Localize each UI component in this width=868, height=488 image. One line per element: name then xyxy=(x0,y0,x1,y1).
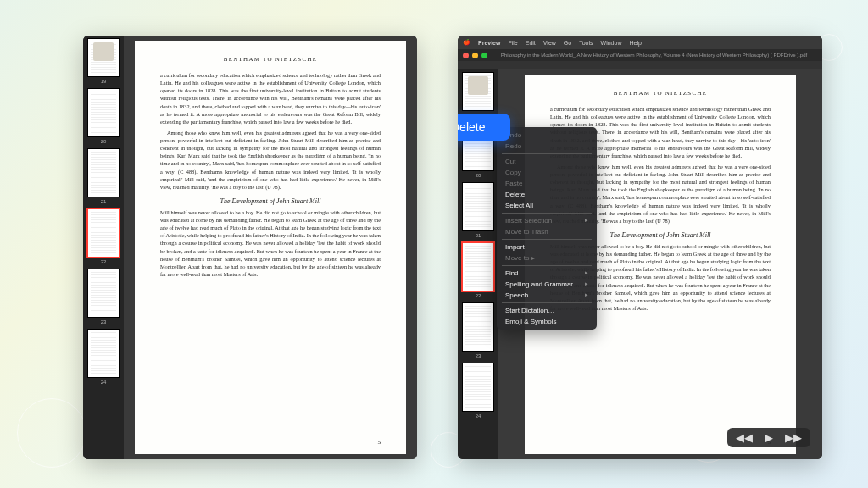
thumbnail-page-number: 21 xyxy=(101,199,107,204)
context-menu[interactable]: UndoRedoCutCopyPasteDeleteSelect AllInse… xyxy=(497,127,597,330)
thumbnail-page-number: 19 xyxy=(101,79,107,84)
page-thumbnail[interactable] xyxy=(463,303,493,351)
menu-item-insert-selection: Insert Selection▸ xyxy=(497,215,597,226)
page-thumbnail[interactable] xyxy=(463,183,493,230)
body-paragraph: Mill himself was never allowed to be a b… xyxy=(160,208,381,278)
pdf-page: BENTHAM TO NIETZSCHE a curriculum for se… xyxy=(135,41,406,454)
menu-item-move-to-: Move to ▸ xyxy=(497,252,597,263)
page-thumbnail[interactable] xyxy=(463,243,493,291)
menu-item-redo: Redo xyxy=(497,141,597,152)
thumbnail-page-number: 20 xyxy=(101,139,107,144)
submenu-arrow-icon: ▸ xyxy=(585,280,588,287)
menu-window[interactable]: Window xyxy=(601,40,622,46)
menu-view[interactable]: View xyxy=(543,40,556,46)
app-name[interactable]: Preview xyxy=(478,40,500,46)
body-paragraph: Among those who knew him well, even his … xyxy=(160,129,381,191)
thumbnail-page-number: 24 xyxy=(476,413,481,419)
menu-item-undo: Undo xyxy=(497,130,597,141)
menu-help[interactable]: Help xyxy=(629,40,641,46)
menu-go[interactable]: Go xyxy=(564,40,571,46)
page-number: 5 xyxy=(378,439,381,446)
toolbar[interactable] xyxy=(458,61,822,69)
window-titlebar[interactable]: Philosophy in the Modern World_ A New Hi… xyxy=(458,49,822,61)
submenu-arrow-icon: ▸ xyxy=(585,217,588,224)
menu-item-select-all[interactable]: Select All xyxy=(497,200,597,211)
submenu-arrow-icon: ▸ xyxy=(585,269,588,276)
menu-item-cut: Cut xyxy=(497,156,597,167)
menu-item-speech[interactable]: Speech▸ xyxy=(497,290,597,301)
close-icon[interactable] xyxy=(463,53,469,58)
menu-item-move-to-trash: Move to Trash xyxy=(497,226,597,237)
playback-controls[interactable]: ◀◀ ▶ ▶▶ xyxy=(727,428,810,447)
minimize-icon[interactable] xyxy=(472,53,478,58)
section-subhead: The Development of John Stuart Mill xyxy=(160,197,381,205)
submenu-arrow-icon: ▸ xyxy=(585,291,588,298)
zoom-icon[interactable] xyxy=(481,53,487,58)
window-title: Philosophy in the Modern World_ A New Hi… xyxy=(491,53,817,58)
apple-menu-icon[interactable]: 🍎 xyxy=(463,39,470,46)
preview-window-right: 🍎 Preview FileEditViewGoToolsWindowHelp … xyxy=(458,36,822,459)
page-viewport[interactable]: BENTHAM TO NIETZSCHE a curriculum for se… xyxy=(124,36,417,459)
mac-menubar[interactable]: 🍎 Preview FileEditViewGoToolsWindowHelp xyxy=(458,36,822,49)
running-head: BENTHAM TO NIETZSCHE xyxy=(160,56,381,63)
preview-window-left: 192021222324 BENTHAM TO NIETZSCHE a curr… xyxy=(83,36,417,459)
thumbnail-page-number: 23 xyxy=(101,319,107,324)
page-thumbnail[interactable] xyxy=(463,73,493,110)
menu-item-delete[interactable]: Delete xyxy=(497,189,597,200)
thumbnail-sidebar[interactable]: 192021222324 xyxy=(83,36,124,459)
menu-item-copy: Copy xyxy=(497,167,597,178)
thumbnail-page-number: 21 xyxy=(476,233,481,238)
page-thumbnail[interactable] xyxy=(88,89,119,136)
menu-item-import[interactable]: Import xyxy=(497,241,597,252)
menu-item-find[interactable]: Find▸ xyxy=(497,268,597,279)
thumbnail-page-number: 22 xyxy=(101,259,107,264)
play-icon[interactable]: ▶ xyxy=(765,432,773,443)
menu-file[interactable]: File xyxy=(508,40,517,46)
menu-item-emoji-symbols[interactable]: Emoji & Symbols xyxy=(497,316,597,327)
page-thumbnail[interactable] xyxy=(88,269,119,317)
thumbnail-page-number: 20 xyxy=(476,173,481,178)
page-thumbnail[interactable] xyxy=(88,330,119,377)
page-thumbnail[interactable] xyxy=(88,39,119,76)
page-thumbnail[interactable] xyxy=(88,209,119,257)
delete-tooltip: Delete xyxy=(458,114,510,141)
rewind-icon[interactable]: ◀◀ xyxy=(736,432,753,443)
thumbnail-page-number: 24 xyxy=(101,380,107,385)
thumbnail-page-number: 22 xyxy=(476,293,481,298)
body-paragraph: a curriculum for secondary education whi… xyxy=(160,71,381,125)
running-head: BENTHAM TO NIETZSCHE xyxy=(550,90,771,97)
traffic-lights[interactable] xyxy=(463,53,487,58)
thumbnail-page-number: 23 xyxy=(476,353,481,358)
forward-icon[interactable]: ▶▶ xyxy=(785,432,802,443)
page-thumbnail[interactable] xyxy=(88,149,119,197)
menu-item-spelling-and-grammar[interactable]: Spelling and Grammar▸ xyxy=(497,279,597,290)
page-thumbnail[interactable] xyxy=(463,363,493,411)
menu-item-start-dictation-[interactable]: Start Dictation… xyxy=(497,305,597,316)
menu-item-paste: Paste xyxy=(497,178,597,189)
menu-edit[interactable]: Edit xyxy=(526,40,536,46)
menu-tools[interactable]: Tools xyxy=(579,40,593,46)
